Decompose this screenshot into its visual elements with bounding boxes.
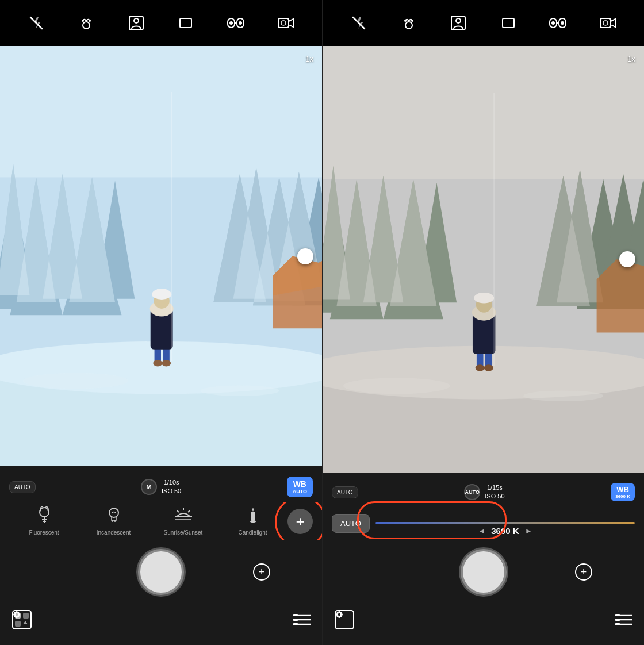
right-plus-button[interactable]: + — [575, 563, 592, 581]
svg-point-95 — [603, 21, 608, 25]
svg-rect-97 — [323, 46, 644, 179]
temperature-value: 3600 K — [491, 526, 519, 536]
svg-point-69 — [16, 616, 18, 618]
right-gallery-icon[interactable] — [334, 609, 355, 634]
sunrise-icon — [175, 506, 192, 527]
flash-off-icon[interactable] — [24, 10, 49, 36]
svg-point-136 — [336, 613, 338, 616]
wb-preset-sunrise[interactable]: Sunrise/Sunset — [148, 506, 218, 536]
svg-point-83 — [405, 22, 412, 29]
svg-line-58 — [188, 510, 190, 512]
svg-rect-146 — [615, 619, 620, 621]
svg-point-125 — [484, 364, 493, 371]
svg-rect-15 — [0, 46, 322, 177]
svg-rect-94 — [600, 18, 611, 28]
wb-preset-incandescent[interactable]: Incandescent — [79, 506, 148, 536]
menu-icon[interactable] — [293, 613, 310, 630]
right-wb-row: AUTO ◄ 3600 K ► — [323, 506, 644, 540]
svg-rect-79 — [293, 614, 298, 616]
svg-point-53 — [109, 508, 118, 517]
macro-icon[interactable] — [74, 10, 99, 36]
svg-point-52 — [40, 508, 49, 517]
svg-line-57 — [177, 510, 179, 512]
left-mode-badge[interactable]: M — [141, 479, 157, 495]
svg-point-138 — [337, 612, 339, 614]
temp-arrow-right[interactable]: ► — [525, 527, 532, 535]
left-shutter-button[interactable] — [138, 549, 184, 595]
wb-preset-fluorescent[interactable]: Fluorescent — [9, 506, 79, 536]
left-exposure-dot[interactable] — [297, 248, 313, 264]
incandescent-icon — [108, 506, 120, 527]
right-viewfinder: 1x — [323, 46, 644, 473]
svg-point-93 — [561, 21, 564, 25]
left-exposure-info: 1/10s ISO 50 — [162, 478, 181, 496]
right-menu-icon[interactable] — [615, 613, 632, 630]
wb-preset-candlelight[interactable]: Candlelight — [218, 506, 288, 536]
svg-point-134 — [338, 611, 340, 613]
svg-point-11 — [239, 21, 242, 25]
svg-point-121 — [523, 390, 603, 401]
temperature-area: ◄ 3600 K ► — [375, 510, 635, 536]
svg-point-71 — [18, 613, 20, 616]
svg-rect-50 — [156, 289, 168, 297]
svg-point-44 — [153, 360, 162, 366]
fluorescent-icon — [37, 506, 52, 527]
svg-point-139 — [340, 612, 342, 614]
svg-point-62 — [250, 520, 256, 523]
right-auto-badge[interactable]: AUTO — [332, 486, 358, 498]
right-flash-off-icon[interactable] — [346, 10, 371, 36]
right-aspect-ratio-icon[interactable] — [496, 10, 521, 36]
svg-point-70 — [13, 613, 16, 616]
right-panel: 1x AUTO AUTO 1/15s ISO 50 WB 3600 K AUTO — [322, 0, 644, 645]
svg-rect-6 — [180, 18, 191, 28]
right-mode-badge[interactable]: AUTO — [464, 484, 480, 500]
svg-rect-130 — [478, 293, 490, 301]
svg-point-135 — [338, 616, 340, 618]
right-shutter-area: + — [323, 540, 644, 604]
temp-control: ◄ 3600 K ► — [375, 526, 635, 536]
right-slow-motion-icon[interactable] — [545, 10, 570, 36]
left-shutter-area: + — [0, 540, 322, 604]
svg-point-3 — [89, 20, 91, 22]
slow-motion-icon[interactable] — [223, 10, 248, 36]
svg-point-40 — [23, 373, 128, 389]
right-exposure-dot[interactable] — [619, 251, 635, 267]
svg-point-10 — [229, 21, 233, 25]
left-toolbar — [0, 0, 322, 46]
svg-point-84 — [404, 20, 407, 22]
right-auto-wb-button[interactable]: AUTO — [332, 514, 370, 533]
aspect-ratio-icon[interactable] — [173, 10, 198, 36]
svg-rect-145 — [615, 614, 620, 616]
right-info-bar: AUTO AUTO 1/15s ISO 50 WB 3600 K — [323, 478, 644, 506]
wb-add-button[interactable]: + — [288, 509, 313, 534]
right-exposure-info: 1/15s ISO 50 — [485, 483, 504, 501]
left-viewfinder: 1x — [0, 46, 322, 466]
svg-point-74 — [14, 616, 16, 617]
svg-rect-61 — [251, 512, 255, 521]
left-auto-badge[interactable]: AUTO — [9, 481, 36, 493]
svg-rect-88 — [503, 18, 514, 28]
svg-point-2 — [82, 20, 84, 22]
left-wb-badge[interactable]: WB AUTO — [287, 477, 313, 497]
right-bottom-bar — [323, 604, 644, 645]
candlelight-icon — [247, 506, 259, 527]
svg-point-124 — [476, 364, 485, 371]
left-panel: 1x AUTO M 1/10s ISO 50 WB AUTO — [0, 0, 322, 645]
left-plus-button[interactable]: + — [253, 563, 270, 581]
right-pro-video-icon[interactable] — [595, 10, 620, 36]
left-bottom-bar — [0, 604, 322, 645]
svg-point-137 — [340, 613, 343, 616]
temp-track[interactable] — [375, 522, 635, 524]
gallery-icon[interactable] — [12, 609, 32, 634]
left-controls: AUTO M 1/10s ISO 50 WB AUTO — [0, 466, 322, 645]
temp-arrow-left[interactable]: ◄ — [478, 527, 485, 535]
right-portrait-icon[interactable] — [446, 10, 471, 36]
right-macro-icon[interactable] — [396, 10, 421, 36]
svg-point-41 — [201, 386, 279, 396]
right-wb-badge[interactable]: WB 3600 K — [611, 483, 635, 501]
svg-point-141 — [340, 616, 342, 617]
portrait-icon[interactable] — [124, 10, 149, 36]
right-shutter-button[interactable] — [461, 549, 507, 595]
svg-point-73 — [18, 612, 20, 614]
pro-video-icon[interactable] — [273, 10, 298, 36]
